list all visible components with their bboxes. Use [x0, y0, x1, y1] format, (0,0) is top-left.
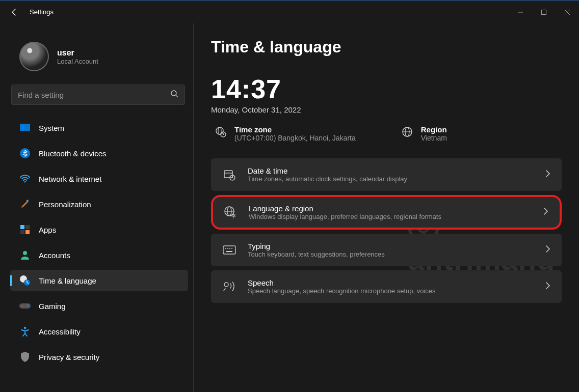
svg-rect-11 — [20, 230, 24, 234]
sidebar-item-accessibility[interactable]: Accessibility — [10, 321, 188, 342]
chevron-right-icon — [543, 208, 548, 217]
svg-point-36 — [227, 248, 228, 249]
bluetooth-icon — [19, 148, 31, 159]
sidebar-item-label: Time & language — [39, 276, 96, 285]
timezone-block: Time zone (UTC+07:00) Bangkok, Hanoi, Ja… — [215, 125, 356, 142]
svg-point-37 — [229, 248, 230, 249]
paintbrush-icon — [19, 199, 31, 210]
profile-name: user — [57, 48, 98, 58]
svg-rect-12 — [25, 230, 30, 234]
sidebar: user Local Account System — [0, 23, 194, 392]
search-box[interactable] — [11, 85, 185, 105]
clock-globe-icon — [19, 275, 31, 286]
gamepad-icon — [19, 300, 31, 312]
sidebar-nav: System Bluetooth & devices Network & int… — [10, 117, 193, 372]
search-icon — [170, 90, 178, 100]
sidebar-item-label: Network & internet — [39, 175, 101, 183]
card-subtitle: Windows display language, preferred lang… — [249, 213, 441, 220]
svg-point-40 — [224, 283, 228, 287]
sidebar-item-network[interactable]: Network & internet — [10, 168, 188, 189]
window-title: Settings — [30, 8, 54, 16]
content-pane: Qantrimang Time & language 14:37 Monday,… — [194, 23, 579, 392]
page-title: Time & language — [211, 38, 562, 57]
card-title: Date & time — [248, 166, 407, 175]
globe-icon — [402, 126, 413, 139]
svg-line-3 — [176, 95, 178, 97]
svg-point-13 — [23, 251, 27, 255]
card-title: Speech — [248, 278, 436, 287]
chevron-right-icon — [545, 245, 550, 255]
sidebar-item-system[interactable]: System — [10, 117, 188, 138]
sidebar-item-time-language[interactable]: Time & language — [10, 270, 188, 291]
svg-rect-34 — [223, 246, 235, 254]
title-bar: Settings — [0, 0, 579, 23]
person-icon — [19, 249, 31, 261]
card-speech[interactable]: Speech Speech language, speech recogniti… — [211, 270, 562, 303]
profile-subtitle: Local Account — [57, 58, 98, 65]
card-language-region[interactable]: 字 Language & region Windows display lang… — [211, 195, 562, 230]
svg-rect-4 — [20, 124, 30, 131]
maximize-button[interactable] — [532, 1, 556, 24]
card-title: Language & region — [249, 204, 441, 213]
search-input[interactable] — [18, 91, 170, 99]
region-block: Region Vietnam — [402, 125, 447, 142]
calendar-clock-icon — [222, 169, 236, 181]
svg-point-7 — [24, 181, 26, 183]
svg-rect-39 — [226, 251, 232, 252]
chevron-right-icon — [545, 282, 550, 291]
accessibility-icon — [19, 326, 31, 337]
card-subtitle: Speech language, speech recognition micr… — [248, 287, 436, 295]
card-subtitle: Time zones, automatic clock settings, ca… — [248, 175, 407, 183]
card-title: Typing — [248, 242, 385, 250]
svg-point-18 — [27, 304, 28, 305]
clock-time: 14:37 — [211, 74, 562, 104]
svg-rect-9 — [20, 225, 24, 229]
sidebar-item-personalization[interactable]: Personalization — [10, 193, 188, 215]
sidebar-item-label: Bluetooth & devices — [39, 149, 107, 158]
sidebar-item-label: Privacy & security — [39, 353, 99, 361]
sidebar-item-label: Apps — [39, 226, 56, 234]
keyboard-icon — [222, 245, 236, 255]
chevron-right-icon — [545, 170, 550, 179]
globe-language-icon: 字 — [223, 206, 238, 219]
sidebar-item-label: Accounts — [39, 251, 70, 260]
sidebar-item-accounts[interactable]: Accounts — [10, 244, 188, 266]
sidebar-item-gaming[interactable]: Gaming — [10, 295, 188, 317]
system-icon — [19, 122, 31, 133]
svg-rect-10 — [25, 225, 30, 229]
shield-icon — [19, 351, 31, 362]
sidebar-item-label: Gaming — [39, 302, 66, 311]
svg-point-21 — [216, 127, 223, 134]
minimize-button[interactable] — [509, 1, 532, 24]
sidebar-item-bluetooth[interactable]: Bluetooth & devices — [10, 143, 188, 164]
timezone-label: Time zone — [234, 125, 356, 134]
svg-text:字: 字 — [231, 214, 236, 219]
clock-date: Monday, October 31, 2022 — [211, 105, 562, 114]
card-subtitle: Touch keyboard, text suggestions, prefer… — [248, 250, 385, 258]
speech-icon — [222, 281, 236, 292]
svg-rect-27 — [224, 171, 232, 178]
sidebar-item-apps[interactable]: Apps — [10, 219, 188, 240]
svg-point-19 — [28, 306, 29, 307]
svg-rect-16 — [19, 303, 31, 309]
svg-point-38 — [231, 248, 232, 249]
svg-rect-1 — [542, 10, 546, 14]
sidebar-item-label: Accessibility — [39, 327, 81, 336]
card-typing[interactable]: Typing Touch keyboard, text suggestions,… — [211, 234, 562, 266]
svg-point-35 — [225, 248, 226, 249]
card-date-time[interactable]: Date & time Time zones, automatic clock … — [211, 158, 562, 191]
profile-block[interactable]: user Local Account — [10, 33, 193, 85]
region-label: Region — [421, 125, 447, 134]
close-button[interactable] — [556, 1, 579, 24]
sidebar-item-privacy[interactable]: Privacy & security — [10, 346, 188, 368]
timezone-value: (UTC+07:00) Bangkok, Hanoi, Jakarta — [234, 134, 356, 142]
back-icon[interactable] — [9, 7, 19, 17]
region-value: Vietnam — [421, 134, 447, 142]
sidebar-item-label: Personalization — [39, 200, 91, 209]
svg-point-2 — [171, 91, 176, 96]
svg-point-17 — [22, 305, 23, 307]
svg-point-20 — [24, 327, 26, 329]
avatar — [19, 42, 49, 71]
globe-clock-icon — [215, 126, 226, 139]
sidebar-item-label: System — [39, 124, 64, 132]
